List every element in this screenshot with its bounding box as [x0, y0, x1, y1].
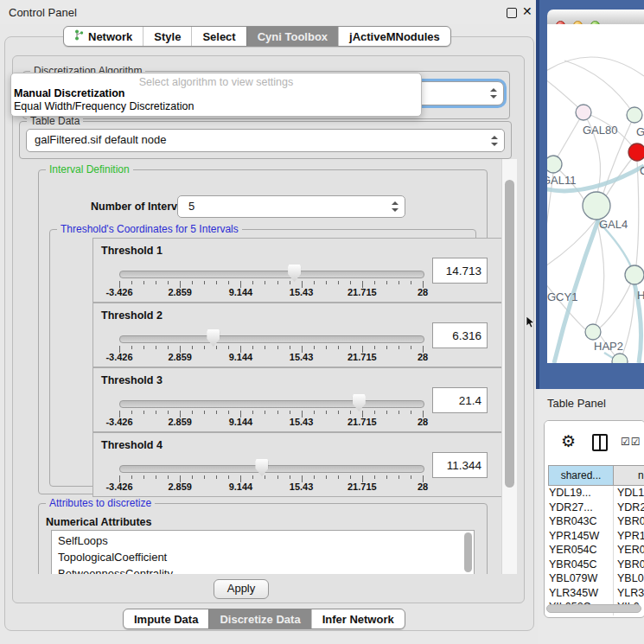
table-row[interactable]: YDR27...YDR2	[545, 501, 644, 515]
tab-label: Infer Network	[322, 613, 394, 626]
network-node-green[interactable]	[625, 265, 644, 284]
table-data-select[interactable]: galFiltered.sif default node	[26, 129, 505, 152]
threshold-value-field[interactable]: 11.344	[432, 452, 488, 478]
slider-scale-labels: -3.4262.8599.14415.4321.71528	[119, 352, 424, 362]
checkbox-icons[interactable]: ☑☑	[621, 436, 641, 448]
table-row[interactable]: YBL079WYBL0	[545, 571, 644, 586]
slider-thumb[interactable]	[207, 329, 220, 347]
threshold-value-field[interactable]: 14.713	[432, 258, 488, 284]
cell-name: YPR1	[617, 530, 644, 542]
slider-thumb[interactable]	[288, 265, 301, 282]
table-row[interactable]: YBR043CYBR0	[545, 514, 644, 529]
tab-network[interactable]: Network	[64, 27, 143, 46]
slider-track[interactable]	[119, 465, 424, 473]
network-node-green[interactable]	[583, 192, 610, 220]
float-icon[interactable]	[507, 8, 517, 18]
threshold-label: Threshold 4	[101, 439, 163, 451]
network-node-red[interactable]	[628, 143, 644, 161]
threshold-value-field[interactable]: 6.316	[432, 322, 488, 348]
network-icon	[74, 29, 84, 43]
cell-shared-name: YDR27...	[549, 501, 593, 513]
top-tab-bar: NetworkStyleSelectCyni ToolboxjActiveMNo…	[63, 26, 451, 47]
network-edge	[547, 173, 553, 268]
table-hscrollbar[interactable]	[546, 604, 641, 613]
panel-vscrollbar-track[interactable]	[501, 159, 517, 574]
node-label: GCY1	[547, 290, 577, 303]
mouse-cursor	[526, 316, 536, 328]
node-label: GA	[636, 125, 644, 138]
tab-label: Discretize Data	[220, 613, 300, 626]
tab-select[interactable]: Select	[191, 27, 245, 46]
tab-label: Impute Data	[134, 613, 198, 626]
numerical-attributes-list[interactable]: SelfLoopsTopologicalCoefficientBetweenne…	[51, 530, 475, 574]
thresholds-group-label: Threshold's Coordinates for 5 Intervals	[57, 223, 242, 235]
split-view-icon[interactable]	[592, 434, 608, 451]
node-label: HAP2	[594, 340, 623, 353]
tab-infer-network[interactable]: Infer Network	[311, 609, 405, 628]
threshold-box: Threshold 1-3.4262.8599.14415.4321.71528…	[92, 238, 501, 303]
network-edge	[596, 220, 604, 324]
control-panel-titlebar: Control Panel ✕	[0, 0, 538, 24]
cell-name: YBR0	[617, 558, 644, 571]
cell-shared-name: YPR145W	[549, 530, 599, 542]
column-header[interactable]: shared...	[548, 465, 614, 486]
interval-definition-label: Interval Definition	[46, 163, 133, 175]
table-row[interactable]: YDL19...YDL1	[545, 486, 644, 501]
network-node-green[interactable]	[547, 156, 562, 173]
numerical-attributes-label: Numerical Attributes	[46, 516, 151, 528]
threshold-label: Threshold 2	[101, 309, 163, 322]
cell-shared-name: YBR043C	[549, 515, 597, 527]
cell-shared-name: YER054C	[549, 544, 597, 556]
combo-arrows-icon	[490, 88, 497, 99]
bottom-tab-bar: Impute DataDiscretize DataInfer Network	[123, 609, 405, 629]
dropdown-item[interactable]: Equal Width/Frequency Discretization	[14, 100, 194, 112]
table-row[interactable]: YER054CYER0	[545, 543, 644, 558]
tab-label: Cyni Toolbox	[258, 30, 328, 43]
threshold-value-field[interactable]: 21.4	[432, 387, 488, 413]
attribute-item[interactable]: TopologicalCoefficient	[58, 551, 167, 564]
panel-vscrollbar-thumb[interactable]	[505, 180, 514, 488]
cell-name: YDR2	[617, 501, 644, 513]
table-row[interactable]: YLR345WYLR3	[545, 586, 644, 601]
tab-jactivemnodules[interactable]: jActiveMNodules	[338, 27, 450, 46]
threshold-label: Threshold 3	[101, 374, 163, 386]
cell-name: YDL1	[617, 487, 644, 499]
node-label: GAL80	[583, 124, 617, 137]
dropdown-item[interactable]: Manual Discretization	[14, 87, 125, 99]
table-row[interactable]: YPR145WYPR1	[545, 529, 644, 544]
algorithm-dropdown-popup: Select algorithm to view settings Manual…	[10, 73, 422, 117]
slider-track[interactable]	[119, 335, 424, 343]
slider-track[interactable]	[119, 271, 424, 278]
network-node-pink[interactable]	[576, 105, 591, 120]
threshold-label: Threshold 1	[101, 245, 163, 257]
network-node-green[interactable]	[585, 324, 601, 340]
network-node-green[interactable]	[627, 107, 642, 123]
table-data-label: Table Data	[27, 115, 83, 127]
gear-icon[interactable]: ⚙	[561, 431, 576, 451]
number-of-intervals-select[interactable]: 5	[177, 195, 405, 218]
slider-thumb[interactable]	[353, 394, 366, 411]
threshold-box: Threshold 2-3.4262.8599.14415.4321.71528…	[92, 303, 501, 367]
slider-track[interactable]	[119, 400, 424, 408]
tab-impute-data[interactable]: Impute Data	[124, 609, 208, 628]
table-row[interactable]: YBR045CYBR0	[545, 558, 644, 572]
slider-scale-labels: -3.4262.8599.14415.4321.71528	[119, 481, 424, 492]
table-toolbar: ⚙ ☑☑	[545, 421, 644, 465]
slider-thumb[interactable]	[255, 459, 268, 476]
column-header[interactable]: n	[613, 465, 644, 486]
screen: Control Panel ✕ NetworkStyleSelectCyni T…	[0, 0, 644, 644]
close-icon[interactable]: ✕	[522, 4, 532, 18]
cell-shared-name: YBL079W	[549, 572, 597, 584]
apply-button[interactable]: Apply	[214, 579, 269, 599]
tab-cyni-toolbox[interactable]: Cyni Toolbox	[246, 27, 338, 46]
node-label: GAL11	[547, 174, 577, 187]
tab-label: Network	[88, 30, 132, 43]
network-graph	[547, 24, 644, 363]
attributes-list-scrollbar[interactable]	[464, 532, 472, 572]
attribute-item[interactable]: SelfLoops	[58, 534, 108, 547]
tab-discretize-data[interactable]: Discretize Data	[208, 609, 310, 628]
attribute-item[interactable]: BetweennessCentrality	[58, 567, 173, 574]
tab-label: Style	[154, 30, 181, 43]
network-canvas[interactable]: GAL80GACGAL11GAL4GCY1HHAP2	[547, 24, 644, 363]
tab-style[interactable]: Style	[143, 27, 191, 46]
